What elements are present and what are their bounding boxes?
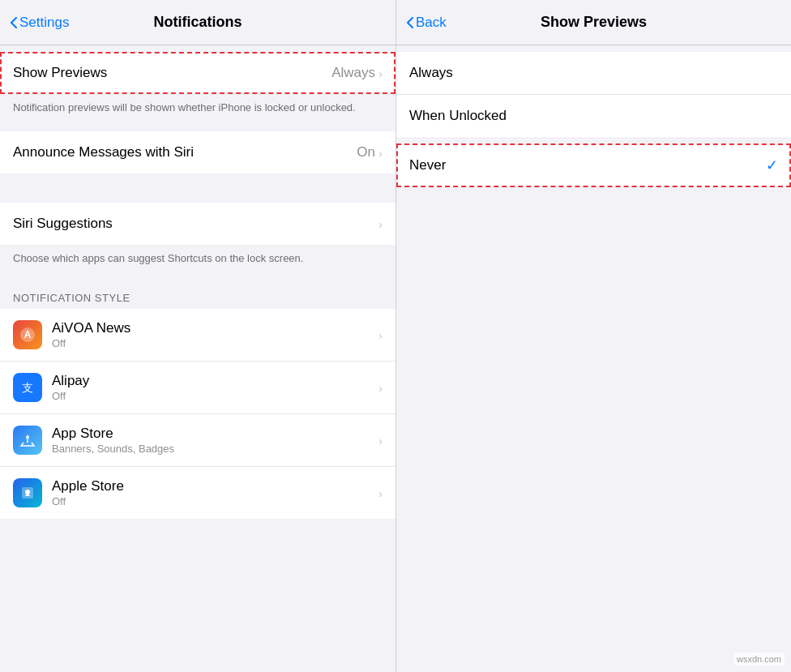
alipay-right: ›: [378, 381, 383, 395]
right-back-label: Back: [416, 15, 447, 31]
preview-option-when-unlocked[interactable]: When Unlocked: [396, 95, 791, 137]
aivoa-name: AiVOA News: [52, 320, 378, 336]
app-icon-alipay: 支: [13, 373, 42, 402]
aivoa-subtitle: Off: [52, 337, 378, 349]
right-nav-title: Show Previews: [541, 14, 647, 31]
show-previews-left: Show Previews: [13, 65, 331, 81]
left-nav-bar: Settings Notifications: [0, 0, 396, 45]
always-label: Always: [409, 65, 453, 81]
announce-value: On: [357, 144, 375, 161]
back-button[interactable]: Back: [406, 15, 447, 31]
apps-list: A AiVOA News Off › 支 A: [0, 309, 396, 519]
right-panel: Back Show Previews Always When Unlocked …: [396, 0, 791, 672]
right-nav-bar: Back Show Previews: [396, 0, 791, 45]
preview-option-always[interactable]: Always: [396, 52, 791, 95]
siri-right: ›: [378, 217, 383, 231]
watermark: wsxdn.com: [733, 653, 785, 666]
siri-suggestions-group: Siri Suggestions ›: [0, 203, 396, 245]
left-nav-title: Notifications: [153, 14, 242, 31]
announce-label: Announce Messages with Siri: [13, 144, 357, 161]
left-content: Show Previews Always › Notification prev…: [0, 45, 396, 672]
siri-label: Siri Suggestions: [13, 216, 378, 232]
applestore-subtitle: Off: [52, 495, 378, 507]
show-previews-row[interactable]: Show Previews Always ›: [0, 52, 396, 94]
show-previews-label: Show Previews: [13, 65, 331, 81]
app-row-aivoa[interactable]: A AiVOA News Off ›: [0, 309, 396, 362]
show-previews-highlight: Show Previews Always ›: [0, 52, 396, 94]
alipay-left: Alipay Off: [52, 373, 378, 402]
left-panel: Settings Notifications Show Previews Alw…: [0, 0, 396, 672]
announce-chevron: ›: [378, 146, 383, 160]
siri-chevron: ›: [378, 217, 383, 231]
aivoa-chevron: ›: [378, 328, 383, 342]
app-row-appstore[interactable]: App Store Banners, Sounds, Badges ›: [0, 414, 396, 467]
alipay-subtitle: Off: [52, 390, 378, 402]
show-previews-right: Always ›: [331, 65, 383, 81]
svg-text:支: 支: [22, 381, 33, 394]
never-label: Never: [409, 157, 446, 173]
show-previews-value: Always: [331, 65, 375, 81]
appstore-right: ›: [378, 434, 383, 447]
announce-messages-group: Announce Messages with Siri On ›: [0, 131, 396, 173]
never-highlight-wrapper: Never ✓: [396, 143, 791, 187]
app-row-alipay[interactable]: 支 Alipay Off ›: [0, 362, 396, 414]
alipay-chevron: ›: [378, 381, 383, 395]
back-label: Settings: [19, 15, 69, 31]
applestore-right: ›: [378, 486, 383, 500]
applestore-left: Apple Store Off: [52, 478, 378, 507]
appstore-name: App Store: [52, 426, 378, 442]
announce-messages-row[interactable]: Announce Messages with Siri On ›: [0, 131, 396, 173]
announce-right: On ›: [357, 144, 383, 161]
when-unlocked-label: When Unlocked: [409, 108, 507, 124]
right-content: Always When Unlocked Never ✓: [396, 45, 791, 672]
preview-option-never[interactable]: Never ✓: [396, 143, 791, 187]
siri-left: Siri Suggestions: [13, 216, 378, 232]
siri-suggestions-row[interactable]: Siri Suggestions ›: [0, 203, 396, 245]
announce-left: Announce Messages with Siri: [13, 144, 357, 161]
show-previews-description: Notification previews will be shown whet…: [0, 94, 396, 125]
appstore-left: App Store Banners, Sounds, Badges: [52, 426, 378, 455]
aivoa-right: ›: [378, 328, 383, 342]
app-icon-appstore: [13, 426, 42, 455]
svg-text:A: A: [24, 329, 32, 340]
applestore-name: Apple Store: [52, 478, 378, 494]
app-icon-aivoa: A: [13, 320, 42, 349]
aivoa-left: AiVOA News Off: [52, 320, 378, 349]
app-icon-applestore: [13, 478, 42, 507]
siri-description: Choose which apps can suggest Shortcuts …: [0, 245, 396, 276]
appstore-chevron: ›: [378, 434, 383, 447]
applestore-chevron: ›: [378, 486, 383, 500]
appstore-subtitle: Banners, Sounds, Badges: [52, 443, 378, 455]
app-row-applestore[interactable]: Apple Store Off ›: [0, 467, 396, 519]
show-previews-chevron: ›: [378, 66, 383, 80]
alipay-name: Alipay: [52, 373, 378, 389]
never-checkmark: ✓: [766, 156, 778, 174]
settings-back-button[interactable]: Settings: [10, 15, 69, 31]
preview-options-group: Always When Unlocked: [396, 52, 791, 137]
notification-style-header: NOTIFICATION STYLE: [0, 276, 396, 309]
